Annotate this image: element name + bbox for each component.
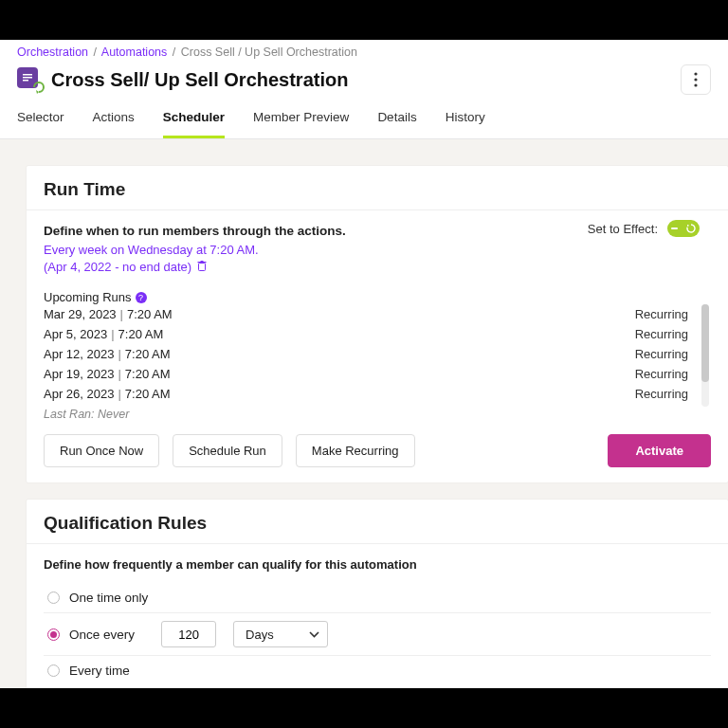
svg-point-3 (694, 72, 697, 75)
qualification-define-label: Define how frequently a member can quali… (44, 557, 711, 572)
svg-point-5 (694, 83, 697, 86)
run-row: Apr 12, 2023|7:20 AM Recurring (44, 344, 711, 364)
run-row: Apr 5, 2023|7:20 AM Recurring (44, 324, 711, 344)
app-viewport: Orchestration / Automations / Cross Sell… (0, 40, 728, 688)
run-time-card: Run Time Define when to run members thro… (27, 166, 728, 482)
run-type: Recurring (635, 387, 688, 401)
run-time-heading: Run Time (27, 166, 728, 210)
upcoming-runs-header: Upcoming Runs ? (44, 290, 711, 304)
toggle-minus-icon (671, 228, 678, 229)
set-to-effect-label: Set to Effect: (588, 222, 658, 236)
more-menu-button[interactable] (681, 64, 711, 95)
tab-details[interactable]: Details (377, 102, 416, 138)
upcoming-runs-label: Upcoming Runs (44, 290, 132, 304)
effect-toggle[interactable] (667, 220, 700, 237)
interval-unit-value: Days (246, 628, 274, 642)
run-type: Recurring (635, 327, 688, 341)
run-time-buttons: Run Once Now Schedule Run Make Recurring… (44, 434, 711, 467)
qualification-rules-card: Qualification Rules Define how frequentl… (27, 500, 728, 688)
toggle-reload-icon (686, 224, 696, 233)
title-row: Cross Sell/ Up Sell Orchestration (0, 61, 728, 102)
interval-value-input[interactable] (161, 621, 216, 647)
schedule-summary-line1: Every week on Wednesday at 7:20 AM. (44, 243, 259, 257)
qualification-option-one-time[interactable]: One time only (44, 583, 711, 613)
option-label: One time only (69, 591, 148, 605)
last-ran-label: Last Ran: Never (44, 408, 711, 421)
upcoming-runs-help-icon[interactable]: ? (136, 292, 147, 303)
interval-unit-select[interactable]: Days (233, 621, 328, 647)
run-row: Apr 26, 2023|7:20 AM Recurring (44, 384, 711, 404)
svg-rect-1 (23, 77, 32, 79)
upcoming-runs-list: Mar 29, 2023|7:20 AM Recurring Apr 5, 20… (44, 304, 711, 404)
radio-icon (47, 664, 60, 677)
breadcrumb-orchestration[interactable]: Orchestration (17, 46, 88, 59)
schedule-run-button[interactable]: Schedule Run (173, 434, 282, 467)
qualification-heading: Qualification Rules (27, 500, 728, 544)
svg-rect-2 (23, 80, 28, 82)
delete-schedule-icon[interactable] (197, 260, 207, 274)
make-recurring-button[interactable]: Make Recurring (296, 434, 415, 467)
set-to-effect: Set to Effect: (588, 220, 700, 237)
svg-rect-0 (23, 74, 32, 76)
run-row: Mar 29, 2023|7:20 AM Recurring (44, 304, 711, 324)
breadcrumb: Orchestration / Automations / Cross Sell… (0, 40, 728, 61)
runs-scrollbar[interactable] (701, 304, 709, 407)
orchestration-icon (17, 67, 44, 92)
tab-actions[interactable]: Actions (93, 102, 135, 138)
qualification-option-every-time[interactable]: Every time (44, 656, 711, 685)
tab-history[interactable]: History (446, 102, 485, 138)
content-area: Run Time Define when to run members thro… (0, 139, 728, 688)
run-row: Apr 19, 2023|7:20 AM Recurring (44, 364, 711, 384)
svg-point-4 (694, 78, 697, 81)
page-title: Cross Sell/ Up Sell Orchestration (51, 69, 681, 91)
svg-rect-7 (197, 262, 206, 263)
breadcrumb-current: Cross Sell / Up Sell Orchestration (181, 46, 357, 59)
radio-icon (47, 628, 60, 641)
svg-rect-6 (198, 263, 205, 270)
run-time-schedule: Every week on Wednesday at 7:20 AM. (Apr… (44, 242, 711, 275)
breadcrumb-automations[interactable]: Automations (101, 46, 167, 59)
svg-rect-8 (200, 261, 203, 262)
breadcrumb-sep: / (94, 46, 97, 59)
tabs: Selector Actions Scheduler Member Previe… (0, 102, 728, 139)
qualification-option-once-every[interactable]: Once every Days (44, 613, 711, 656)
tab-scheduler[interactable]: Scheduler (163, 102, 225, 138)
radio-icon (47, 592, 60, 604)
schedule-summary-line2: (Apr 4, 2022 - no end date) (44, 260, 191, 274)
activate-button[interactable]: Activate (608, 434, 711, 467)
kebab-icon (694, 72, 698, 87)
tab-selector[interactable]: Selector (17, 102, 64, 138)
option-label: Every time (69, 664, 130, 678)
run-once-now-button[interactable]: Run Once Now (44, 434, 159, 467)
run-type: Recurring (635, 347, 688, 361)
breadcrumb-sep: / (173, 46, 175, 59)
tab-member-preview[interactable]: Member Preview (253, 102, 349, 138)
chevron-down-icon (309, 631, 319, 638)
run-type: Recurring (635, 367, 688, 381)
option-label: Once every (69, 628, 135, 642)
run-type: Recurring (635, 307, 688, 321)
